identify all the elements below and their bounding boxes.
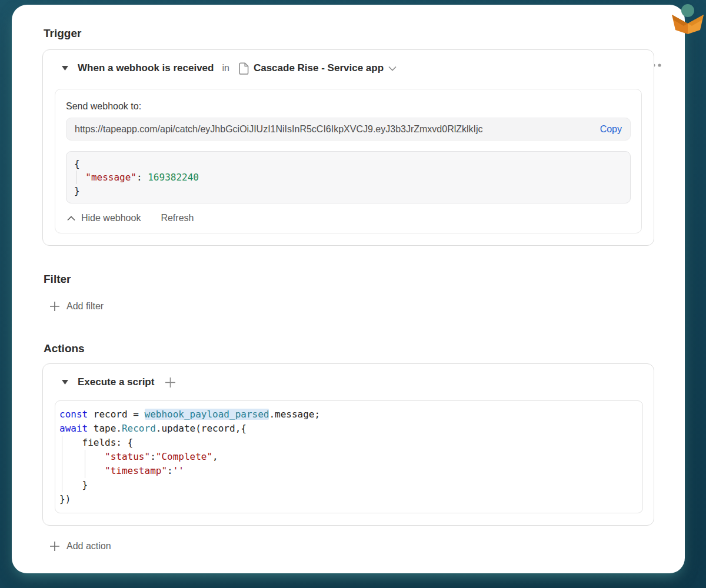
- code-line: }: [74, 184, 623, 198]
- code-line: }): [59, 492, 635, 506]
- code-line: fields: {: [59, 436, 635, 450]
- webhook-url-field[interactable]: https://tapeapp.com/api/catch/eyJhbGciOi…: [66, 118, 631, 141]
- webhook-footer-row: Hide webhook Refresh: [66, 213, 631, 223]
- trigger-heading: Trigger: [44, 27, 654, 40]
- trigger-card: When a webhook is received in Cascade Ri…: [42, 49, 654, 246]
- hide-webhook-button[interactable]: Hide webhook: [67, 213, 141, 223]
- code-line: {: [74, 157, 623, 171]
- plus-icon: [49, 541, 60, 552]
- webhook-details-box: Send webhook to: https://tapeapp.com/api…: [55, 89, 642, 233]
- plus-icon: [49, 301, 60, 312]
- code-line: const record = webhook_payload_parsed.me…: [59, 407, 635, 422]
- add-filter-label: Add filter: [66, 301, 104, 312]
- plus-icon: [165, 377, 176, 388]
- add-filter-button[interactable]: Add filter: [49, 301, 654, 312]
- webhook-payload-preview: { "message": 169382240}: [66, 151, 631, 203]
- app-selector[interactable]: Cascade Rise - Service app: [239, 62, 397, 75]
- send-webhook-label: Send webhook to:: [66, 101, 631, 112]
- copy-button[interactable]: Copy: [600, 124, 622, 135]
- webhook-url-text: https://tapeapp.com/api/catch/eyJhbGciOi…: [75, 124, 594, 135]
- action-card: Execute a script const record = webhook_…: [42, 363, 654, 526]
- filter-heading: Filter: [44, 273, 654, 286]
- action-title: Execute a script: [78, 376, 154, 388]
- code-line: "message": 169382240: [74, 171, 623, 184]
- code-line: "timestamp":'': [59, 464, 635, 478]
- action-header-row: Execute a script: [55, 373, 643, 391]
- automation-editor-card: Trigger When a webhook is received in Ca…: [12, 5, 685, 573]
- add-action-button[interactable]: Add action: [49, 541, 654, 552]
- tape-mascot-logo: [671, 2, 705, 35]
- code-line: "status":"Complete",: [59, 450, 635, 464]
- triangle-down-icon[interactable]: [62, 66, 68, 71]
- actions-heading: Actions: [44, 342, 654, 355]
- trigger-connector-label: in: [222, 63, 229, 74]
- add-step-button[interactable]: [165, 377, 176, 388]
- trigger-header-row: When a webhook is received in Cascade Ri…: [55, 59, 642, 77]
- chevron-down-icon: [388, 66, 397, 71]
- trigger-title: When a webhook is received: [78, 62, 214, 74]
- code-line: await tape.Record.update(record,{: [59, 422, 635, 436]
- app-name: Cascade Rise - Service app: [254, 62, 384, 74]
- chevron-up-icon: [67, 216, 75, 221]
- script-editor[interactable]: const record = webhook_payload_parsed.me…: [55, 400, 643, 513]
- refresh-button[interactable]: Refresh: [161, 213, 194, 223]
- code-line: }: [59, 478, 635, 492]
- hide-webhook-label: Hide webhook: [81, 213, 141, 223]
- triangle-down-icon[interactable]: [62, 380, 68, 385]
- add-action-label: Add action: [66, 541, 111, 552]
- document-icon: [239, 62, 249, 75]
